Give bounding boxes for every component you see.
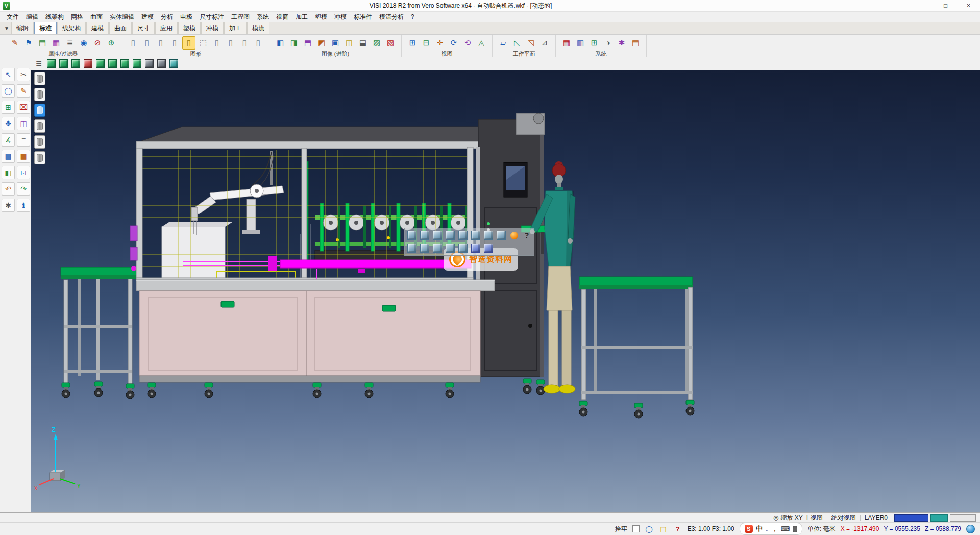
dynamic-view-icon[interactable]: ◬ (475, 37, 487, 49)
move-icon[interactable]: ✥ (2, 117, 15, 130)
dimetric-view-icon[interactable] (156, 58, 167, 69)
sheet-list-icon[interactable]: ⬚ (197, 37, 209, 49)
float-bottom-view-icon[interactable] (483, 230, 494, 241)
float-right-view-icon[interactable] (457, 230, 469, 241)
notes-icon[interactable]: ▦ (17, 150, 30, 163)
float-zoom-window-icon[interactable] (419, 242, 430, 254)
monitor-settings-icon[interactable]: ▥ (574, 37, 586, 49)
redo-icon[interactable]: ↷ (17, 182, 30, 196)
menu-item[interactable]: 线架构 (42, 12, 67, 22)
render-icon[interactable]: ◩ (315, 37, 328, 49)
ribbon-tab[interactable]: 线架构 (57, 22, 86, 34)
grid-settings-icon[interactable]: ⊞ (588, 37, 600, 49)
float-left-view-icon[interactable] (445, 230, 456, 241)
hide-element-icon[interactable]: ⊘ (91, 37, 104, 49)
back-view-icon[interactable] (107, 58, 118, 69)
display-slot-2[interactable] (34, 88, 45, 101)
zoom-status-icon[interactable]: ◯ (645, 524, 654, 533)
float-help-icon[interactable]: ? (521, 230, 532, 241)
erase-icon[interactable]: ⌧ (17, 101, 30, 114)
capture-icon[interactable]: ▧ (384, 37, 397, 49)
plane-sheet-icon[interactable]: ▯ (211, 37, 223, 49)
help-status-icon[interactable]: ? (673, 524, 682, 533)
filter-icon[interactable]: ⚑ (22, 37, 35, 49)
active-sheet-icon[interactable]: ▯ (182, 36, 195, 50)
menu-item[interactable]: 工程图 (228, 12, 253, 22)
menu-item[interactable]: 视窗 (273, 12, 292, 22)
front-view-icon[interactable] (70, 58, 81, 69)
ribbon-tab[interactable]: 尺寸 (132, 22, 155, 34)
layout-sheet-icon[interactable]: ▯ (252, 37, 264, 49)
ribbon-tab[interactable]: 应用 (155, 22, 178, 34)
display-slot-5[interactable] (34, 135, 45, 149)
cut-icon[interactable]: ✂ (17, 68, 30, 81)
visibility-icon[interactable]: ◉ (78, 37, 90, 49)
absolute-view-button[interactable]: 绝对视图 (827, 514, 860, 522)
ime-punctuation-toggle[interactable]: 。， (766, 525, 778, 533)
color-table-icon[interactable]: ▦ (50, 37, 62, 49)
paint-icon[interactable]: ◧ (2, 166, 15, 179)
texture-icon[interactable]: ▣ (329, 37, 341, 49)
float-shade-mode-icon[interactable] (457, 242, 469, 254)
menu-item[interactable]: 分析 (157, 12, 177, 22)
border-sheet-icon[interactable]: ▯ (238, 37, 251, 49)
menu-item[interactable]: 文件 (3, 12, 22, 22)
layer-indicator[interactable]: LAYER0 (861, 514, 892, 521)
ribbon-tab[interactable]: 冲模 (201, 22, 224, 34)
menu-item[interactable]: 编辑 (22, 12, 42, 22)
display-slot-4[interactable] (34, 119, 45, 133)
color-palette-icon[interactable]: ▦ (560, 37, 573, 49)
iso-view-icon[interactable] (45, 58, 57, 69)
menu-item[interactable]: 塑模 (311, 12, 331, 22)
menu-item[interactable]: 尺寸标注 (196, 12, 228, 22)
menu-item[interactable]: 模流分析 (376, 12, 407, 22)
prism-view-icon[interactable]: ▯ (155, 37, 167, 49)
layer-manager-icon[interactable]: ≡ (17, 133, 30, 147)
tab-overflow-button[interactable]: ▼ (2, 26, 11, 31)
ribbon-tab[interactable]: 曲面 (109, 22, 132, 34)
menu-item[interactable]: 系统 (253, 12, 273, 22)
lock-checkbox[interactable] (632, 525, 640, 532)
linetype-icon[interactable]: ≣ (64, 37, 76, 49)
close-button[interactable]: × (957, 0, 980, 11)
layers-icon[interactable]: ▤ (36, 37, 48, 49)
mirror-icon[interactable]: ◫ (17, 117, 30, 130)
ribbon-tab[interactable]: 建模 (86, 22, 109, 34)
float-top-view-icon[interactable] (470, 230, 481, 241)
axonometric-view-icon[interactable] (143, 58, 155, 69)
top-view-icon[interactable] (58, 58, 69, 69)
calculator-icon[interactable]: ▤ (629, 37, 642, 49)
bottom-view-icon[interactable] (119, 58, 130, 69)
ime-logo-icon[interactable]: S (745, 525, 753, 533)
undo-icon[interactable]: ↶ (2, 182, 15, 196)
info-icon[interactable]: ℹ (17, 199, 30, 212)
ribbon-tab[interactable]: 模流 (247, 22, 270, 34)
display-slot-6[interactable] (34, 151, 45, 164)
float-render-icon[interactable] (508, 230, 520, 241)
snap-grid-icon[interactable]: ⊞ (2, 101, 15, 114)
view-manager-icon[interactable]: ☰ (33, 58, 44, 69)
measure-icon[interactable]: ∡ (2, 133, 15, 147)
shaded-cube-icon[interactable] (168, 58, 179, 69)
microphone-icon[interactable] (793, 526, 797, 532)
ribbon-tab[interactable]: 标准 (34, 22, 57, 34)
options-icon[interactable]: ✱ (616, 37, 628, 49)
float-rotate-view-icon[interactable] (496, 230, 507, 241)
menu-item[interactable]: ? (407, 12, 418, 21)
ribbon-tab[interactable]: 塑模 (178, 22, 201, 34)
sheet-icon[interactable]: ▯ (168, 37, 181, 49)
folder-icon[interactable]: ▤ (659, 524, 668, 533)
menu-item[interactable]: 实体编辑 (106, 12, 138, 22)
zoom-window-icon[interactable]: ⊞ (406, 37, 419, 49)
ribbon-tab[interactable]: 加工 (224, 22, 247, 34)
copy-icon[interactable]: ⊡ (17, 166, 30, 179)
right-view-icon[interactable] (82, 58, 93, 69)
ribbon-tab[interactable]: 编辑 (11, 22, 34, 34)
lighting-icon[interactable]: ◫ (343, 37, 355, 49)
float-dynamic-rotate-icon[interactable] (445, 242, 456, 254)
globe-icon[interactable] (966, 525, 975, 533)
keyboard-icon[interactable]: ⌨ (781, 525, 790, 532)
zoom-tool-icon[interactable]: ◯ (2, 84, 15, 98)
float-section-icon[interactable] (470, 242, 481, 254)
frame-sheet-icon[interactable]: ▯ (225, 37, 237, 49)
